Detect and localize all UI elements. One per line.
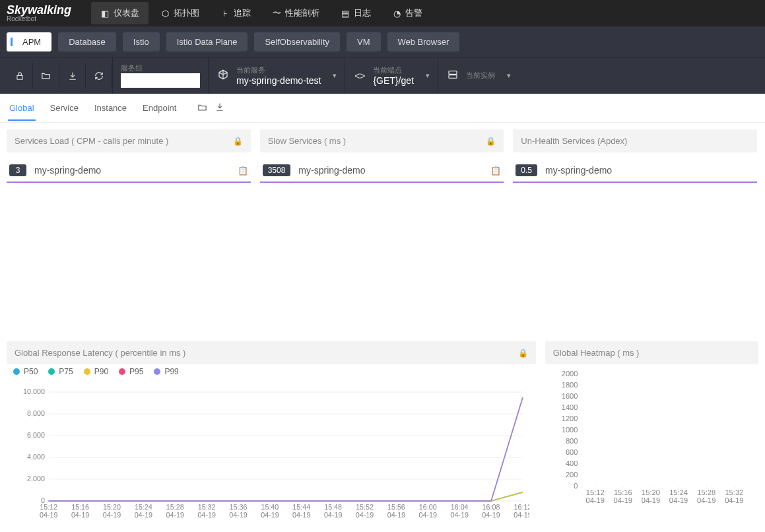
lock-icon[interactable]: 🔒 — [518, 349, 528, 358]
lock-icon[interactable]: 🔒 — [233, 137, 243, 146]
tab-webbrowser[interactable]: Web Browser — [387, 32, 460, 51]
tab-label: Web Browser — [398, 37, 449, 47]
svg-text:15:28: 15:28 — [697, 488, 715, 496]
logo-main: Skywalking — [7, 5, 71, 15]
import-button[interactable] — [59, 63, 86, 89]
svg-text:15:20: 15:20 — [642, 488, 660, 496]
selector-value: {GET}/get — [373, 75, 413, 86]
lock-button[interactable] — [7, 63, 33, 89]
top-nav: Skywalking Rocketbot ◧ 仪表盘 ⬡ 拓扑图 ⊦ 追踪 〜 … — [0, 0, 765, 26]
tab-apm[interactable]: APM — [7, 32, 51, 51]
tab-label: Istio — [133, 37, 149, 47]
download-action[interactable] — [215, 102, 224, 114]
tab-bar: APM Database Istio Istio Data Plane Self… — [0, 26, 765, 57]
chevron-down-icon[interactable]: ▾ — [507, 71, 511, 80]
metric-name: my-spring-demo — [545, 165, 754, 176]
nav-profile[interactable]: 〜 性能剖析 — [263, 2, 329, 24]
metric-name: my-spring-demo — [34, 165, 230, 176]
subtab-endpoint[interactable]: Endpoint — [141, 95, 178, 121]
nav-topology[interactable]: ⬡ 拓扑图 — [151, 2, 209, 24]
svg-text:800: 800 — [566, 437, 578, 445]
svg-text:04-19: 04-19 — [324, 511, 342, 519]
chart-legend: P50P75P90P95P99 — [7, 364, 536, 379]
legend-dot — [13, 368, 20, 375]
selector-service-group[interactable]: 服务组 — [112, 57, 208, 94]
download-icon — [68, 71, 77, 81]
nav-alarm[interactable]: ◔ 告警 — [383, 2, 432, 24]
folder-action[interactable] — [197, 102, 207, 114]
alarm-icon: ◔ — [392, 9, 401, 18]
tab-vm[interactable]: VM — [347, 32, 381, 51]
svg-text:1400: 1400 — [561, 403, 578, 411]
panel-title: Un-Health Services (Apdex) — [521, 136, 627, 146]
selector-label: 服务组 — [121, 63, 200, 73]
legend-item[interactable]: P90 — [84, 367, 108, 376]
svg-text:04-19: 04-19 — [669, 496, 688, 504]
tab-istio-data-plane[interactable]: Istio Data Plane — [166, 32, 248, 51]
service-group-input[interactable] — [121, 73, 200, 88]
svg-text:15:56: 15:56 — [387, 503, 405, 511]
svg-text:04-19: 04-19 — [261, 511, 279, 519]
svg-text:04-19: 04-19 — [71, 511, 89, 519]
selector-endpoint[interactable]: <> 当前端点 {GET}/get ▾ — [345, 57, 437, 94]
panel-title: Slow Services ( ms ) — [268, 136, 346, 146]
subtab-instance[interactable]: Instance — [93, 95, 128, 121]
svg-text:6,000: 6,000 — [27, 431, 45, 439]
dashboard-icon: ◧ — [100, 9, 110, 18]
subtab-label: Endpoint — [143, 103, 176, 113]
topology-icon: ⬡ — [160, 9, 170, 18]
chart-container: 020040060080010001200140016001800200015:… — [545, 364, 758, 529]
subtab-service[interactable]: Service — [49, 95, 80, 121]
lock-icon[interactable]: 🔒 — [486, 137, 496, 146]
nav-label: 追踪 — [234, 7, 251, 19]
svg-text:0: 0 — [574, 482, 578, 490]
svg-rect-1 — [449, 71, 457, 75]
svg-text:16:00: 16:00 — [419, 503, 437, 511]
svg-text:15:40: 15:40 — [261, 503, 279, 511]
folder-button[interactable] — [33, 63, 59, 89]
lock-icon — [15, 71, 24, 81]
tab-istio[interactable]: Istio — [123, 32, 160, 51]
legend-item[interactable]: P75 — [48, 367, 73, 376]
tab-label: SelfObservability — [265, 37, 329, 47]
legend-label: P95 — [129, 367, 143, 376]
legend-item[interactable]: P95 — [119, 367, 143, 376]
legend-item[interactable]: P99 — [154, 367, 178, 376]
logo-sub: Rocketbot — [7, 16, 71, 22]
svg-rect-0 — [17, 75, 22, 79]
cube-icon — [216, 69, 230, 82]
subtab-global[interactable]: Global — [8, 95, 36, 121]
subtab-label: Instance — [94, 103, 127, 113]
tab-selfobservability[interactable]: SelfObservability — [254, 32, 340, 51]
svg-text:04-19: 04-19 — [40, 511, 57, 519]
legend-label: P99 — [164, 367, 178, 376]
tab-database[interactable]: Database — [58, 32, 116, 51]
clipboard-icon[interactable]: 📋 — [238, 166, 248, 176]
nav-trace[interactable]: ⊦ 追踪 — [211, 2, 260, 24]
legend-dot — [119, 368, 125, 375]
metric-row: 0.5 my-spring-demo — [513, 159, 757, 183]
clipboard-icon[interactable]: 📋 — [490, 166, 501, 176]
svg-text:15:36: 15:36 — [230, 503, 248, 511]
legend-item[interactable]: P50 — [13, 367, 38, 376]
svg-text:04-19: 04-19 — [135, 511, 152, 519]
svg-text:2000: 2000 — [561, 371, 578, 378]
svg-text:10,000: 10,000 — [23, 387, 45, 395]
refresh-button[interactable] — [86, 63, 112, 89]
selector-service[interactable]: 当前服务 my-spring-demo-test ▾ — [208, 57, 345, 94]
tab-label: Database — [69, 37, 106, 47]
panel-heatmap: Global Heatmap ( ms ) 020040060080010001… — [545, 341, 758, 532]
chevron-down-icon[interactable]: ▾ — [426, 71, 430, 80]
chevron-down-icon[interactable]: ▾ — [333, 71, 337, 80]
selector-bar: 服务组 当前服务 my-spring-demo-test ▾ <> 当前端点 {… — [0, 57, 765, 94]
svg-text:15:16: 15:16 — [71, 503, 89, 511]
svg-text:400: 400 — [566, 459, 578, 467]
panel-header: Un-Health Services (Apdex) — [513, 129, 757, 152]
nav-dashboard[interactable]: ◧ 仪表盘 — [91, 2, 149, 24]
panel-unhealthy: Un-Health Services (Apdex) 0.5 my-spring… — [513, 129, 757, 189]
svg-text:15:20: 15:20 — [103, 503, 121, 511]
panel-title: Services Load ( CPM - calls per minute ) — [15, 136, 168, 146]
selector-instance[interactable]: 当前实例 ▾ — [438, 57, 519, 94]
nav-log[interactable]: ▤ 日志 — [331, 2, 380, 24]
svg-text:16:12: 16:12 — [514, 503, 529, 511]
